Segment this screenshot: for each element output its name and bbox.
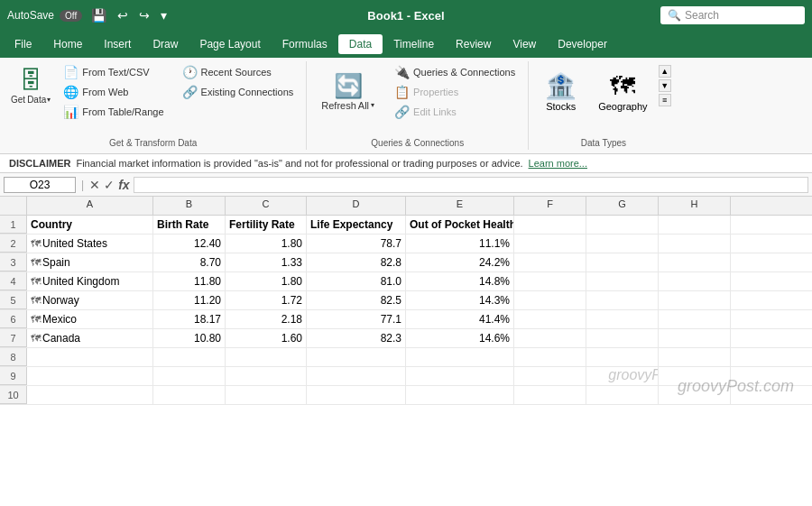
queries-connections-button[interactable]: 🔌 Queries & Connections [389, 63, 521, 81]
menu-developer[interactable]: Developer [547, 34, 618, 54]
cell-A6[interactable]: 🗺Mexico [27, 310, 153, 328]
cell-B7[interactable]: 10.80 [153, 329, 226, 347]
menu-view[interactable]: View [502, 34, 547, 54]
cell-G5[interactable] [586, 291, 659, 309]
menu-page-layout[interactable]: Page Layout [189, 34, 271, 54]
cell-A1[interactable]: Country [27, 216, 153, 234]
menu-data[interactable]: Data [338, 34, 383, 54]
cell-B10[interactable] [153, 386, 226, 404]
cell-F9[interactable] [514, 367, 586, 385]
col-header-G[interactable]: G [586, 197, 659, 215]
stocks-button[interactable]: 🏦 Stocks [536, 63, 586, 119]
cell-E5[interactable]: 14.3% [406, 291, 514, 309]
cell-H1[interactable] [659, 216, 731, 234]
properties-button[interactable]: 📋 Properties [389, 83, 521, 101]
cell-E10[interactable] [406, 386, 514, 404]
menu-formulas[interactable]: Formulas [272, 34, 338, 54]
cell-G6[interactable] [586, 310, 659, 328]
cell-F1[interactable] [514, 216, 586, 234]
menu-insert[interactable]: Insert [93, 34, 142, 54]
cell-E2[interactable]: 11.1% [406, 235, 514, 253]
cell-H2[interactable] [659, 235, 731, 253]
cell-E3[interactable]: 24.2% [406, 253, 514, 271]
cell-D8[interactable] [307, 348, 406, 366]
cell-A8[interactable] [27, 348, 153, 366]
cell-D3[interactable]: 82.8 [307, 253, 406, 271]
menu-draw[interactable]: Draw [142, 34, 189, 54]
confirm-formula-icon[interactable]: ✓ [104, 178, 115, 192]
menu-file[interactable]: File [4, 34, 42, 54]
cell-G7[interactable] [586, 329, 659, 347]
cell-G10[interactable] [586, 386, 659, 404]
cell-G8[interactable] [586, 348, 659, 366]
col-header-A[interactable]: A [27, 197, 153, 215]
cell-G3[interactable] [586, 253, 659, 271]
geography-button[interactable]: 🗺 Geography [589, 63, 656, 119]
cell-F4[interactable] [514, 272, 586, 290]
cell-A2[interactable]: 🗺United States [27, 235, 153, 253]
cell-B2[interactable]: 12.40 [153, 235, 226, 253]
cell-A5[interactable]: 🗺Norway [27, 291, 153, 309]
cell-G1[interactable] [586, 216, 659, 234]
cell-E7[interactable]: 14.6% [406, 329, 514, 347]
col-header-E[interactable]: E [406, 197, 514, 215]
cell-G4[interactable] [586, 272, 659, 290]
cell-C6[interactable]: 2.18 [226, 310, 307, 328]
cell-F10[interactable] [514, 386, 586, 404]
cell-H3[interactable] [659, 253, 731, 271]
col-header-F[interactable]: F [514, 197, 586, 215]
col-header-B[interactable]: B [153, 197, 226, 215]
cell-F8[interactable] [514, 348, 586, 366]
cell-F5[interactable] [514, 291, 586, 309]
cell-H4[interactable] [659, 272, 731, 290]
cell-C9[interactable] [226, 367, 307, 385]
cell-A10[interactable] [27, 386, 153, 404]
search-box[interactable]: 🔍 Search [660, 6, 805, 24]
cell-H7[interactable] [659, 329, 731, 347]
cell-D2[interactable]: 78.7 [307, 235, 406, 253]
cancel-formula-icon[interactable]: ✕ [89, 178, 100, 192]
existing-connections-button[interactable]: 🔗 Existing Connections [177, 83, 300, 101]
cell-C10[interactable] [226, 386, 307, 404]
cell-C7[interactable]: 1.60 [226, 329, 307, 347]
menu-review[interactable]: Review [445, 34, 502, 54]
cell-H10[interactable] [659, 386, 731, 404]
edit-links-button[interactable]: 🔗 Edit Links [389, 103, 521, 121]
cell-C3[interactable]: 1.33 [226, 253, 307, 271]
cell-F2[interactable] [514, 235, 586, 253]
col-header-C[interactable]: C [226, 197, 307, 215]
scroll-up[interactable]: ▲ [659, 65, 671, 78]
cell-B3[interactable]: 8.70 [153, 253, 226, 271]
recent-sources-button[interactable]: 🕐 Recent Sources [177, 63, 300, 81]
cell-C5[interactable]: 1.72 [226, 291, 307, 309]
more-icon[interactable]: ▾ [157, 6, 171, 24]
learn-more-link[interactable]: Learn more... [529, 158, 587, 169]
refresh-all-button[interactable]: 🔄 RefreshAll▾ [314, 63, 382, 119]
scroll-more[interactable]: ≡ [659, 94, 671, 106]
cell-H8[interactable] [659, 348, 731, 366]
col-header-H[interactable]: H [659, 197, 731, 215]
cell-C8[interactable] [226, 348, 307, 366]
cell-D10[interactable] [307, 386, 406, 404]
cell-B6[interactable]: 18.17 [153, 310, 226, 328]
undo-icon[interactable]: ↩ [114, 6, 132, 24]
cell-E6[interactable]: 41.4% [406, 310, 514, 328]
cell-C1[interactable]: Fertility Rate [226, 216, 307, 234]
cell-H9[interactable] [659, 367, 731, 385]
cell-E4[interactable]: 14.8% [406, 272, 514, 290]
menu-home[interactable]: Home [42, 34, 93, 54]
cell-H5[interactable] [659, 291, 731, 309]
cell-F6[interactable] [514, 310, 586, 328]
get-data-button[interactable]: 🗄 GetData▾ [7, 63, 54, 108]
menu-timeline[interactable]: Timeline [383, 34, 445, 54]
formula-input[interactable] [134, 177, 808, 193]
cell-A9[interactable] [27, 367, 153, 385]
cell-B5[interactable]: 11.20 [153, 291, 226, 309]
cell-E1[interactable]: Out of Pocket Health [406, 216, 514, 234]
autosave-toggle[interactable]: Off [60, 10, 82, 22]
cell-A4[interactable]: 🗺United Kingdom [27, 272, 153, 290]
scroll-down[interactable]: ▼ [659, 79, 671, 92]
cell-G9[interactable]: groovyPost.com [586, 367, 659, 385]
cell-E9[interactable] [406, 367, 514, 385]
from-web-button[interactable]: 🌐 From Web [58, 83, 169, 101]
